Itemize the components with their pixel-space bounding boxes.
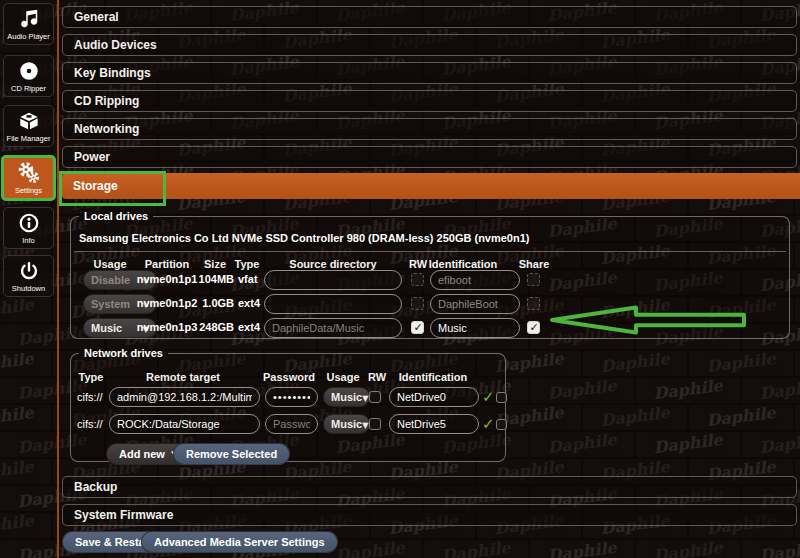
size-cell: 1.0GB bbox=[188, 297, 234, 309]
rw-checkbox[interactable] bbox=[369, 391, 381, 403]
section-storage[interactable]: Storage bbox=[62, 173, 800, 199]
sidebar-item-label: File Manager bbox=[7, 134, 51, 143]
mounted-ok-icon bbox=[482, 388, 495, 406]
add-new-label: Add new bbox=[119, 448, 165, 460]
local-drives-legend: Local drives bbox=[79, 210, 153, 222]
sidebar-item-label: Info bbox=[22, 236, 35, 245]
share-checkbox[interactable] bbox=[527, 321, 540, 334]
col-password: Password bbox=[263, 371, 315, 383]
remote-target-input[interactable] bbox=[109, 387, 260, 407]
identification-input[interactable] bbox=[389, 414, 479, 434]
type-cell: cifs:// bbox=[77, 391, 103, 403]
device-title: Samsung Electronics Co Ltd NVMe SSD Cont… bbox=[79, 232, 530, 244]
identification-input[interactable] bbox=[430, 294, 520, 314]
storage-box-icon bbox=[18, 109, 40, 133]
rw-checkbox[interactable] bbox=[411, 297, 424, 310]
identification-input[interactable] bbox=[389, 387, 479, 407]
section-key-bindings[interactable]: Key Bindings bbox=[62, 62, 797, 84]
usage-select-value: Music bbox=[91, 322, 122, 334]
chevron-down-icon bbox=[362, 418, 368, 430]
section-label: Backup bbox=[74, 480, 117, 494]
section-networking[interactable]: Networking bbox=[62, 118, 797, 140]
remove-selected-label: Remove Selected bbox=[186, 448, 277, 460]
section-label: Audio Devices bbox=[74, 38, 157, 52]
source-directory-input[interactable] bbox=[264, 318, 402, 338]
section-cd-ripping[interactable]: CD Ripping bbox=[62, 90, 797, 112]
type-cell: vfat bbox=[238, 273, 258, 285]
divider bbox=[74, 251, 786, 252]
identification-input[interactable] bbox=[430, 318, 520, 338]
share-checkbox[interactable] bbox=[527, 273, 540, 286]
col-type: Type bbox=[79, 371, 104, 383]
col-rw: RW bbox=[409, 258, 427, 270]
info-icon bbox=[18, 211, 40, 235]
section-label: General bbox=[74, 10, 119, 24]
source-directory-input[interactable] bbox=[264, 294, 402, 314]
usage-select-value: Music bbox=[331, 418, 362, 430]
col-remote-target: Remote target bbox=[146, 371, 220, 383]
local-drives-fieldset: Local drives Samsung Electronics Co Ltd … bbox=[70, 210, 790, 339]
usage-select-value: Music bbox=[331, 391, 362, 403]
col-identification: Identification bbox=[399, 371, 467, 383]
section-audio-devices[interactable]: Audio Devices bbox=[62, 34, 797, 56]
sidebar-item-cd-ripper[interactable]: CD Ripper bbox=[3, 55, 54, 97]
sidebar-item-shutdown[interactable]: Shutdown bbox=[3, 255, 54, 297]
sidebar-divider bbox=[57, 0, 59, 558]
col-usage: Usage bbox=[326, 371, 359, 383]
network-drives-legend: Network drives bbox=[79, 347, 168, 359]
music-note-icon bbox=[18, 7, 40, 31]
sidebar-item-info[interactable]: Info bbox=[3, 207, 54, 249]
type-cell: ext4 bbox=[238, 297, 260, 309]
sidebar-item-settings[interactable]: Settings bbox=[1, 155, 56, 201]
usage-select[interactable]: Music bbox=[323, 387, 370, 407]
usage-select[interactable]: Music bbox=[323, 414, 370, 434]
ui-root: Audio Player CD Ripper File Manager bbox=[0, 0, 800, 558]
col-usage: Usage bbox=[93, 258, 126, 270]
sidebar-item-label: Settings bbox=[15, 186, 42, 195]
chevron-down-icon bbox=[362, 391, 368, 403]
rw-checkbox[interactable] bbox=[369, 418, 381, 430]
share-checkbox[interactable] bbox=[527, 297, 540, 310]
cd-disc-icon bbox=[18, 59, 40, 83]
type-cell: ext4 bbox=[238, 321, 260, 333]
row-select-checkbox[interactable] bbox=[496, 392, 507, 403]
section-label: Networking bbox=[74, 122, 139, 136]
mounted-ok-icon bbox=[482, 415, 495, 433]
usage-select-value: System bbox=[91, 298, 130, 310]
col-partition: Partition bbox=[145, 258, 190, 270]
network-drives-fieldset: Network drives Type Remote target Passwo… bbox=[70, 347, 506, 462]
section-label: Key Bindings bbox=[74, 66, 151, 80]
sidebar-item-label: Shutdown bbox=[12, 284, 45, 293]
source-directory-input[interactable] bbox=[264, 270, 402, 290]
section-label: Power bbox=[74, 150, 110, 164]
section-backup[interactable]: Backup bbox=[62, 476, 797, 498]
type-cell: cifs:// bbox=[77, 418, 103, 430]
advanced-media-server-settings-button[interactable]: Advanced Media Server Settings bbox=[141, 531, 338, 553]
col-rw: RW bbox=[368, 371, 386, 383]
section-system-firmware[interactable]: System Firmware bbox=[62, 504, 797, 526]
sidebar-item-audio-player[interactable]: Audio Player bbox=[3, 3, 54, 45]
usage-select-value: Disable bbox=[91, 274, 130, 286]
remote-target-input[interactable] bbox=[109, 414, 260, 434]
password-input[interactable] bbox=[265, 414, 318, 434]
size-cell: 104MB bbox=[188, 273, 234, 285]
section-power[interactable]: Power bbox=[62, 146, 797, 168]
col-type: Type bbox=[235, 258, 260, 270]
password-input[interactable] bbox=[265, 387, 318, 407]
rw-checkbox[interactable] bbox=[411, 273, 424, 286]
col-size: Size bbox=[204, 258, 226, 270]
sidebar-item-file-manager[interactable]: File Manager bbox=[3, 105, 54, 147]
identification-input[interactable] bbox=[430, 270, 520, 290]
col-identification: Identification bbox=[429, 258, 497, 270]
remove-selected-button[interactable]: Remove Selected bbox=[173, 443, 290, 465]
sidebar-item-label: CD Ripper bbox=[11, 84, 46, 93]
sidebar-item-label: Audio Player bbox=[7, 32, 50, 41]
section-label: CD Ripping bbox=[74, 94, 139, 108]
rw-checkbox[interactable] bbox=[411, 321, 424, 334]
section-label: Storage bbox=[73, 179, 118, 193]
row-select-checkbox[interactable] bbox=[496, 419, 507, 430]
section-general[interactable]: General bbox=[62, 6, 797, 28]
daphile-settings-screen: DaphileDaphileDaphileDaphileDaphileDaphi… bbox=[0, 0, 800, 558]
advanced-media-server-settings-label: Advanced Media Server Settings bbox=[154, 536, 325, 548]
col-source-dir: Source directory bbox=[289, 258, 376, 270]
